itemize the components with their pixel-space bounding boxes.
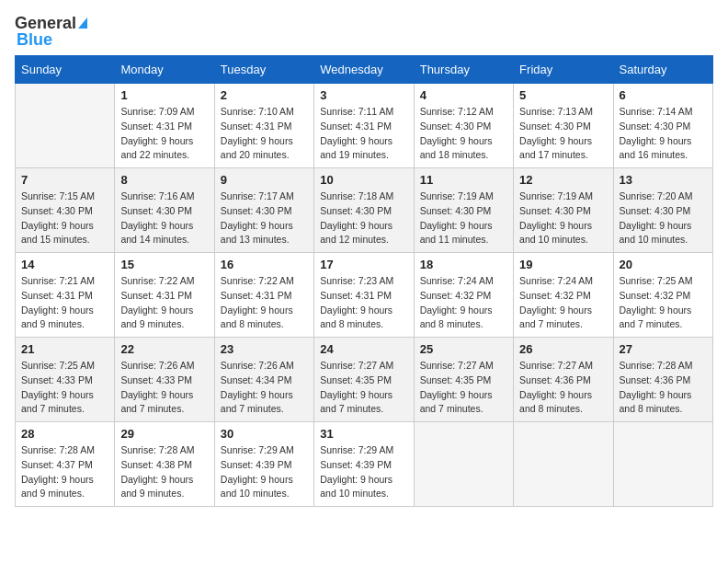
day-cell: 17Sunrise: 7:23 AMSunset: 4:31 PMDayligh… [314,253,414,338]
day-info: Sunrise: 7:29 AMSunset: 4:39 PMDaylight:… [221,443,308,501]
col-header-thursday: Thursday [414,56,513,84]
calendar-table: SundayMondayTuesdayWednesdayThursdayFrid… [15,55,713,507]
day-number: 14 [21,258,108,271]
day-info: Sunrise: 7:13 AMSunset: 4:30 PMDaylight:… [519,105,607,163]
day-info: Sunrise: 7:24 AMSunset: 4:32 PMDaylight:… [420,274,507,332]
day-cell: 7Sunrise: 7:15 AMSunset: 4:30 PMDaylight… [16,168,115,253]
day-info: Sunrise: 7:20 AMSunset: 4:30 PMDaylight:… [620,190,707,247]
day-info: Sunrise: 7:19 AMSunset: 4:30 PMDaylight:… [519,190,607,247]
logo: General Blue [15,15,87,48]
col-header-wednesday: Wednesday [314,56,414,84]
col-header-sunday: Sunday [16,56,115,84]
day-cell: 19Sunrise: 7:24 AMSunset: 4:32 PMDayligh… [514,253,613,338]
col-header-friday: Friday [514,56,613,84]
day-cell: 2Sunrise: 7:10 AMSunset: 4:31 PMDaylight… [214,84,313,168]
day-number: 30 [221,427,308,441]
day-cell: 30Sunrise: 7:29 AMSunset: 4:39 PMDayligh… [214,422,313,507]
day-number: 22 [120,342,208,356]
day-number: 6 [620,88,707,102]
day-cell: 16Sunrise: 7:22 AMSunset: 4:31 PMDayligh… [214,253,313,338]
day-number: 19 [519,258,607,271]
logo-triangle-icon [78,17,87,29]
day-number: 27 [620,342,707,356]
day-cell: 22Sunrise: 7:26 AMSunset: 4:33 PMDayligh… [115,338,214,422]
day-cell: 8Sunrise: 7:16 AMSunset: 4:30 PMDaylight… [115,168,214,253]
week-row-5: 28Sunrise: 7:28 AMSunset: 4:37 PMDayligh… [16,422,713,507]
col-header-saturday: Saturday [613,56,712,84]
day-number: 2 [221,88,308,102]
day-info: Sunrise: 7:29 AMSunset: 4:39 PMDaylight:… [320,443,407,501]
day-cell [414,422,513,507]
day-cell: 10Sunrise: 7:18 AMSunset: 4:30 PMDayligh… [314,168,414,253]
day-info: Sunrise: 7:28 AMSunset: 4:37 PMDaylight:… [21,443,108,501]
day-info: Sunrise: 7:27 AMSunset: 4:36 PMDaylight:… [519,359,607,417]
day-info: Sunrise: 7:16 AMSunset: 4:30 PMDaylight:… [120,190,208,247]
page-header: General Blue [15,15,713,48]
day-number: 7 [21,173,108,187]
week-row-1: 1Sunrise: 7:09 AMSunset: 4:31 PMDaylight… [16,84,713,168]
day-cell: 3Sunrise: 7:11 AMSunset: 4:31 PMDaylight… [314,84,414,168]
day-number: 11 [420,173,507,187]
day-cell: 4Sunrise: 7:12 AMSunset: 4:30 PMDaylight… [414,84,513,168]
week-row-3: 14Sunrise: 7:21 AMSunset: 4:31 PMDayligh… [16,253,713,338]
day-cell: 14Sunrise: 7:21 AMSunset: 4:31 PMDayligh… [16,253,115,338]
day-info: Sunrise: 7:12 AMSunset: 4:30 PMDaylight:… [420,105,507,163]
day-info: Sunrise: 7:28 AMSunset: 4:38 PMDaylight:… [120,443,208,501]
day-number: 28 [21,427,108,441]
day-number: 26 [519,342,607,356]
day-number: 4 [420,88,507,102]
day-number: 15 [120,258,208,271]
day-number: 9 [221,173,308,187]
day-info: Sunrise: 7:10 AMSunset: 4:31 PMDaylight:… [221,105,308,163]
day-cell: 13Sunrise: 7:20 AMSunset: 4:30 PMDayligh… [613,168,712,253]
day-info: Sunrise: 7:24 AMSunset: 4:32 PMDaylight:… [519,274,607,332]
day-info: Sunrise: 7:27 AMSunset: 4:35 PMDaylight:… [320,359,407,417]
day-number: 18 [420,258,507,271]
day-number: 8 [120,173,208,187]
day-info: Sunrise: 7:28 AMSunset: 4:36 PMDaylight:… [620,359,707,417]
day-cell [613,422,712,507]
day-info: Sunrise: 7:09 AMSunset: 4:31 PMDaylight:… [120,105,208,163]
day-number: 29 [120,427,208,441]
day-info: Sunrise: 7:27 AMSunset: 4:35 PMDaylight:… [420,359,507,417]
col-header-tuesday: Tuesday [214,56,313,84]
day-cell: 25Sunrise: 7:27 AMSunset: 4:35 PMDayligh… [414,338,513,422]
day-cell: 28Sunrise: 7:28 AMSunset: 4:37 PMDayligh… [16,422,115,507]
day-number: 10 [320,173,407,187]
day-number: 31 [320,427,407,441]
day-number: 20 [620,258,707,271]
day-cell: 23Sunrise: 7:26 AMSunset: 4:34 PMDayligh… [214,338,313,422]
day-info: Sunrise: 7:22 AMSunset: 4:31 PMDaylight:… [221,274,308,332]
day-info: Sunrise: 7:26 AMSunset: 4:33 PMDaylight:… [120,359,208,417]
week-row-4: 21Sunrise: 7:25 AMSunset: 4:33 PMDayligh… [16,338,713,422]
day-cell [16,84,115,168]
day-info: Sunrise: 7:19 AMSunset: 4:30 PMDaylight:… [420,190,507,247]
day-cell: 5Sunrise: 7:13 AMSunset: 4:30 PMDaylight… [514,84,613,168]
day-number: 3 [320,88,407,102]
day-info: Sunrise: 7:18 AMSunset: 4:30 PMDaylight:… [320,190,407,247]
col-header-monday: Monday [115,56,214,84]
day-cell: 27Sunrise: 7:28 AMSunset: 4:36 PMDayligh… [613,338,712,422]
day-cell: 12Sunrise: 7:19 AMSunset: 4:30 PMDayligh… [514,168,613,253]
day-info: Sunrise: 7:11 AMSunset: 4:31 PMDaylight:… [320,105,407,163]
day-info: Sunrise: 7:22 AMSunset: 4:31 PMDaylight:… [120,274,208,332]
day-number: 12 [519,173,607,187]
day-info: Sunrise: 7:21 AMSunset: 4:31 PMDaylight:… [21,274,108,332]
day-number: 24 [320,342,407,356]
day-cell: 15Sunrise: 7:22 AMSunset: 4:31 PMDayligh… [115,253,214,338]
day-info: Sunrise: 7:25 AMSunset: 4:33 PMDaylight:… [21,359,108,417]
day-cell: 6Sunrise: 7:14 AMSunset: 4:30 PMDaylight… [613,84,712,168]
day-cell: 31Sunrise: 7:29 AMSunset: 4:39 PMDayligh… [314,422,414,507]
day-info: Sunrise: 7:15 AMSunset: 4:30 PMDaylight:… [21,190,108,247]
day-cell: 1Sunrise: 7:09 AMSunset: 4:31 PMDaylight… [115,84,214,168]
day-info: Sunrise: 7:17 AMSunset: 4:30 PMDaylight:… [221,190,308,247]
week-row-2: 7Sunrise: 7:15 AMSunset: 4:30 PMDaylight… [16,168,713,253]
header-row: SundayMondayTuesdayWednesdayThursdayFrid… [16,56,713,84]
day-cell: 26Sunrise: 7:27 AMSunset: 4:36 PMDayligh… [514,338,613,422]
logo-text-blue: Blue [17,31,52,48]
day-cell [514,422,613,507]
day-info: Sunrise: 7:14 AMSunset: 4:30 PMDaylight:… [620,105,707,163]
day-number: 23 [221,342,308,356]
day-cell: 11Sunrise: 7:19 AMSunset: 4:30 PMDayligh… [414,168,513,253]
day-cell: 24Sunrise: 7:27 AMSunset: 4:35 PMDayligh… [314,338,414,422]
